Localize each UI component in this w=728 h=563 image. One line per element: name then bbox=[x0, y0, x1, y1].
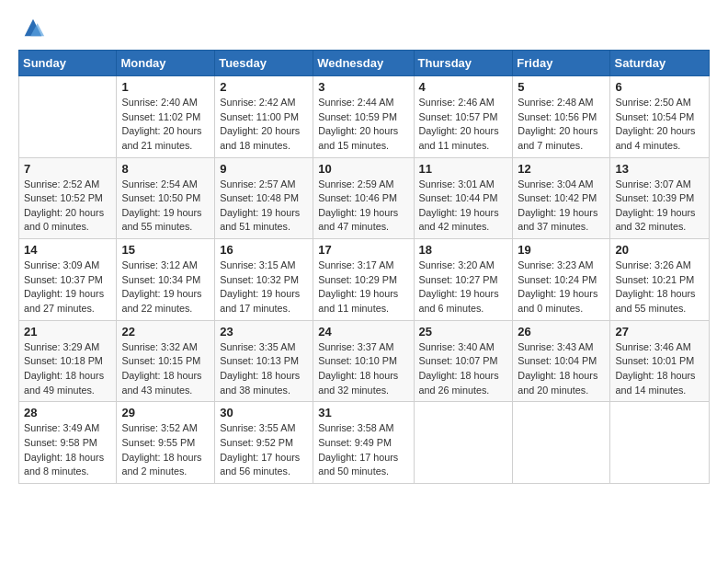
cell-info: Sunrise: 3:09 AMSunset: 10:37 PMDaylight… bbox=[24, 259, 111, 316]
cell-info: Sunrise: 2:54 AMSunset: 10:50 PMDaylight… bbox=[121, 178, 210, 236]
calendar-cell: 22Sunrise: 3:32 AMSunset: 10:15 PMDaylig… bbox=[117, 320, 215, 402]
cell-date: 26 bbox=[518, 325, 605, 339]
col-header-tuesday: Tuesday bbox=[215, 51, 313, 76]
calendar-table: SundayMondayTuesdayWednesdayThursdayFrid… bbox=[18, 50, 710, 484]
header bbox=[18, 15, 710, 40]
calendar-cell: 13Sunrise: 3:07 AMSunset: 10:39 PMDaylig… bbox=[610, 157, 710, 239]
cell-date: 9 bbox=[220, 162, 308, 176]
calendar-cell: 31Sunrise: 3:58 AMSunset: 9:49 PMDayligh… bbox=[313, 402, 414, 484]
cell-info: Sunrise: 2:42 AMSunset: 11:00 PMDaylight… bbox=[220, 96, 308, 154]
cell-info: Sunrise: 3:32 AMSunset: 10:15 PMDaylight… bbox=[121, 340, 210, 398]
cell-info: Sunrise: 3:04 AMSunset: 10:42 PMDaylight… bbox=[518, 178, 605, 236]
calendar-week-row: 21Sunrise: 3:29 AMSunset: 10:18 PMDaylig… bbox=[19, 320, 710, 402]
calendar-cell: 8Sunrise: 2:54 AMSunset: 10:50 PMDayligh… bbox=[117, 157, 215, 239]
calendar-cell: 24Sunrise: 3:37 AMSunset: 10:10 PMDaylig… bbox=[313, 320, 414, 402]
cell-date: 18 bbox=[419, 243, 508, 257]
calendar-cell: 23Sunrise: 3:35 AMSunset: 10:13 PMDaylig… bbox=[215, 320, 313, 402]
cell-info: Sunrise: 3:43 AMSunset: 10:04 PMDaylight… bbox=[518, 340, 605, 398]
cell-info: Sunrise: 2:46 AMSunset: 10:57 PMDaylight… bbox=[419, 96, 508, 154]
calendar-cell: 7Sunrise: 2:52 AMSunset: 10:52 PMDayligh… bbox=[19, 157, 117, 239]
cell-info: Sunrise: 3:17 AMSunset: 10:29 PMDaylight… bbox=[318, 259, 408, 316]
calendar-cell: 28Sunrise: 3:49 AMSunset: 9:58 PMDayligh… bbox=[19, 402, 117, 484]
calendar-week-row: 28Sunrise: 3:49 AMSunset: 9:58 PMDayligh… bbox=[19, 402, 710, 484]
cell-date: 16 bbox=[220, 243, 308, 257]
col-header-sunday: Sunday bbox=[19, 51, 117, 76]
calendar-cell: 16Sunrise: 3:15 AMSunset: 10:32 PMDaylig… bbox=[215, 239, 313, 321]
cell-date: 14 bbox=[24, 243, 111, 257]
calendar-cell: 5Sunrise: 2:48 AMSunset: 10:56 PMDayligh… bbox=[513, 76, 610, 158]
cell-info: Sunrise: 3:15 AMSunset: 10:32 PMDaylight… bbox=[220, 259, 308, 316]
cell-info: Sunrise: 3:29 AMSunset: 10:18 PMDaylight… bbox=[24, 340, 111, 398]
cell-info: Sunrise: 3:58 AMSunset: 9:49 PMDaylight:… bbox=[318, 421, 408, 479]
calendar-cell: 10Sunrise: 2:59 AMSunset: 10:46 PMDaylig… bbox=[313, 157, 414, 239]
cell-date: 6 bbox=[615, 80, 704, 94]
cell-date: 29 bbox=[121, 406, 210, 419]
col-header-monday: Monday bbox=[117, 51, 215, 76]
cell-info: Sunrise: 3:40 AMSunset: 10:07 PMDaylight… bbox=[419, 340, 508, 398]
calendar-cell: 20Sunrise: 3:26 AMSunset: 10:21 PMDaylig… bbox=[610, 239, 710, 321]
calendar-cell: 25Sunrise: 3:40 AMSunset: 10:07 PMDaylig… bbox=[414, 320, 513, 402]
cell-info: Sunrise: 2:52 AMSunset: 10:52 PMDaylight… bbox=[24, 178, 111, 236]
calendar-cell: 19Sunrise: 3:23 AMSunset: 10:24 PMDaylig… bbox=[513, 239, 610, 321]
cell-info: Sunrise: 3:07 AMSunset: 10:39 PMDaylight… bbox=[615, 178, 704, 236]
cell-date: 25 bbox=[419, 325, 508, 339]
logo-area bbox=[18, 15, 46, 40]
cell-date: 2 bbox=[220, 80, 308, 94]
calendar-cell: 17Sunrise: 3:17 AMSunset: 10:29 PMDaylig… bbox=[313, 239, 414, 321]
calendar-cell: 30Sunrise: 3:55 AMSunset: 9:52 PMDayligh… bbox=[215, 402, 313, 484]
cell-date: 24 bbox=[318, 325, 408, 339]
cell-date: 5 bbox=[518, 80, 605, 94]
calendar-week-row: 14Sunrise: 3:09 AMSunset: 10:37 PMDaylig… bbox=[19, 239, 710, 321]
cell-date: 12 bbox=[518, 162, 605, 176]
calendar-cell bbox=[513, 402, 610, 484]
cell-date: 17 bbox=[318, 243, 408, 257]
calendar-week-row: 1Sunrise: 2:40 AMSunset: 11:02 PMDayligh… bbox=[19, 76, 710, 158]
cell-info: Sunrise: 3:01 AMSunset: 10:44 PMDaylight… bbox=[419, 178, 508, 236]
calendar-cell: 6Sunrise: 2:50 AMSunset: 10:54 PMDayligh… bbox=[610, 76, 710, 158]
calendar-cell: 4Sunrise: 2:46 AMSunset: 10:57 PMDayligh… bbox=[414, 76, 513, 158]
calendar-cell: 29Sunrise: 3:52 AMSunset: 9:55 PMDayligh… bbox=[117, 402, 215, 484]
cell-date: 23 bbox=[220, 325, 308, 339]
cell-info: Sunrise: 2:44 AMSunset: 10:59 PMDaylight… bbox=[318, 96, 408, 154]
calendar-week-row: 7Sunrise: 2:52 AMSunset: 10:52 PMDayligh… bbox=[19, 157, 710, 239]
logo-icon bbox=[20, 15, 46, 40]
calendar-cell: 11Sunrise: 3:01 AMSunset: 10:44 PMDaylig… bbox=[414, 157, 513, 239]
cell-date: 3 bbox=[318, 80, 408, 94]
cell-info: Sunrise: 3:52 AMSunset: 9:55 PMDaylight:… bbox=[121, 421, 210, 479]
cell-info: Sunrise: 3:46 AMSunset: 10:01 PMDaylight… bbox=[615, 340, 704, 398]
cell-info: Sunrise: 3:26 AMSunset: 10:21 PMDaylight… bbox=[615, 259, 704, 316]
calendar-cell: 2Sunrise: 2:42 AMSunset: 11:00 PMDayligh… bbox=[215, 76, 313, 158]
cell-date: 10 bbox=[318, 162, 408, 176]
cell-date: 8 bbox=[121, 162, 210, 176]
calendar-cell bbox=[19, 76, 117, 158]
col-header-friday: Friday bbox=[513, 51, 610, 76]
cell-info: Sunrise: 3:23 AMSunset: 10:24 PMDaylight… bbox=[518, 259, 605, 316]
col-header-saturday: Saturday bbox=[610, 51, 710, 76]
cell-info: Sunrise: 2:57 AMSunset: 10:48 PMDaylight… bbox=[220, 178, 308, 236]
calendar-cell: 9Sunrise: 2:57 AMSunset: 10:48 PMDayligh… bbox=[215, 157, 313, 239]
calendar-cell: 27Sunrise: 3:46 AMSunset: 10:01 PMDaylig… bbox=[610, 320, 710, 402]
calendar-cell: 3Sunrise: 2:44 AMSunset: 10:59 PMDayligh… bbox=[313, 76, 414, 158]
calendar-cell bbox=[610, 402, 710, 484]
cell-date: 21 bbox=[24, 325, 111, 339]
cell-date: 30 bbox=[220, 406, 308, 419]
cell-info: Sunrise: 3:20 AMSunset: 10:27 PMDaylight… bbox=[419, 259, 508, 316]
cell-info: Sunrise: 3:35 AMSunset: 10:13 PMDaylight… bbox=[220, 340, 308, 398]
cell-date: 15 bbox=[121, 243, 210, 257]
cell-info: Sunrise: 3:12 AMSunset: 10:34 PMDaylight… bbox=[121, 259, 210, 316]
calendar-cell bbox=[414, 402, 513, 484]
cell-date: 20 bbox=[615, 243, 704, 257]
calendar-cell: 14Sunrise: 3:09 AMSunset: 10:37 PMDaylig… bbox=[19, 239, 117, 321]
cell-info: Sunrise: 2:40 AMSunset: 11:02 PMDaylight… bbox=[121, 96, 210, 154]
cell-info: Sunrise: 3:55 AMSunset: 9:52 PMDaylight:… bbox=[220, 421, 308, 479]
cell-date: 27 bbox=[615, 325, 704, 339]
cell-info: Sunrise: 2:50 AMSunset: 10:54 PMDaylight… bbox=[615, 96, 704, 154]
cell-date: 22 bbox=[121, 325, 210, 339]
page: SundayMondayTuesdayWednesdayThursdayFrid… bbox=[0, 0, 728, 502]
calendar-cell: 15Sunrise: 3:12 AMSunset: 10:34 PMDaylig… bbox=[117, 239, 215, 321]
calendar-cell: 18Sunrise: 3:20 AMSunset: 10:27 PMDaylig… bbox=[414, 239, 513, 321]
calendar-cell: 1Sunrise: 2:40 AMSunset: 11:02 PMDayligh… bbox=[117, 76, 215, 158]
cell-date: 31 bbox=[318, 406, 408, 419]
cell-date: 13 bbox=[615, 162, 704, 176]
calendar-cell: 21Sunrise: 3:29 AMSunset: 10:18 PMDaylig… bbox=[19, 320, 117, 402]
